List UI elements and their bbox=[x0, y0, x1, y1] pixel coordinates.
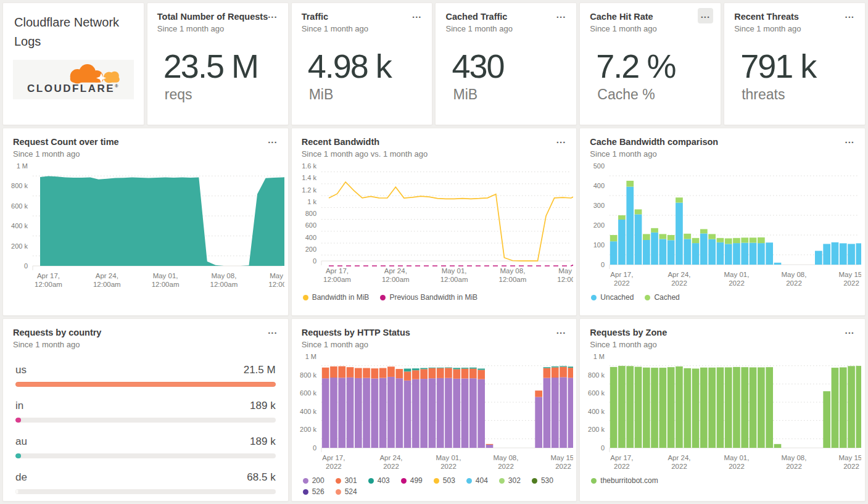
ellipsis-menu-icon[interactable]: ... bbox=[553, 324, 569, 339]
svg-text:May 15,: May 15, bbox=[558, 267, 573, 275]
panel-subtitle: Since 1 month ago bbox=[590, 149, 855, 159]
svg-text:0: 0 bbox=[313, 444, 316, 452]
ellipsis-menu-icon[interactable]: ... bbox=[409, 8, 425, 23]
country-bar-track bbox=[15, 453, 276, 458]
legend-dot-icon bbox=[336, 478, 341, 484]
ellipsis-menu-icon[interactable]: ... bbox=[698, 8, 714, 23]
panel-title: Requests by HTTP Status bbox=[302, 327, 567, 338]
legend-dot-icon bbox=[591, 478, 597, 484]
legend-dot-icon bbox=[380, 295, 386, 300]
svg-text:12:00am: 12:00am bbox=[35, 281, 62, 288]
svg-text:2022: 2022 bbox=[326, 463, 342, 470]
svg-text:2022: 2022 bbox=[787, 279, 803, 287]
legend-item[interactable]: 499 bbox=[401, 476, 423, 485]
panel-title: Recent Bandwidth bbox=[302, 136, 567, 147]
stat-title: Total Number of Requests bbox=[157, 11, 278, 22]
legend-item[interactable]: Previous Bandwidth in MiB bbox=[380, 293, 477, 302]
cache-bandwidth-chart: 5004003002001000Apr 17,2022Apr 24,2022Ma… bbox=[584, 160, 861, 291]
ellipsis-menu-icon[interactable]: ... bbox=[553, 8, 569, 23]
svg-text:May 15,: May 15, bbox=[839, 454, 861, 461]
stat-title: Cached Traffic bbox=[445, 11, 566, 22]
svg-text:200: 200 bbox=[593, 221, 605, 229]
stat-value: 430 bbox=[452, 47, 576, 85]
country-bar-fill bbox=[15, 382, 276, 387]
legend-item[interactable]: theburritobot.com bbox=[591, 476, 658, 485]
svg-text:Apr 17,: Apr 17, bbox=[326, 267, 349, 275]
svg-text:2022: 2022 bbox=[729, 279, 745, 287]
svg-text:May 15,: May 15, bbox=[270, 272, 284, 279]
legend-dot-icon bbox=[466, 478, 472, 484]
stat-subtitle: Since 1 month ago bbox=[302, 24, 423, 33]
panel-title: Requests by Zone bbox=[590, 327, 855, 338]
ellipsis-menu-icon[interactable]: ... bbox=[265, 133, 281, 149]
ellipsis-menu-icon[interactable]: ... bbox=[553, 133, 569, 149]
legend-item[interactable]: Uncached bbox=[591, 293, 634, 302]
legend-item[interactable]: Cached bbox=[645, 293, 679, 302]
svg-text:1 k: 1 k bbox=[307, 198, 316, 205]
svg-text:May 01,: May 01, bbox=[153, 272, 178, 279]
svg-text:600 k: 600 k bbox=[588, 389, 605, 397]
dashboard-title: Cloudflare Network Logs bbox=[3, 3, 144, 51]
legend-item[interactable]: 302 bbox=[499, 476, 521, 485]
stat-subtitle: Since 1 month ago bbox=[445, 24, 566, 33]
svg-text:2022: 2022 bbox=[555, 463, 571, 470]
svg-text:12:00am: 12:00am bbox=[323, 276, 351, 283]
legend-item[interactable]: 503 bbox=[434, 476, 455, 485]
panel-requests-by-http-status: Requests by HTTP Status Since 1 month ag… bbox=[291, 318, 577, 502]
svg-text:2022: 2022 bbox=[844, 463, 860, 470]
stat-value: 23.5 M bbox=[163, 47, 288, 85]
legend-dot-icon bbox=[303, 295, 308, 300]
svg-text:400: 400 bbox=[593, 182, 605, 189]
legend-item[interactable]: 301 bbox=[336, 476, 357, 485]
legend-item[interactable]: 200 bbox=[303, 476, 324, 485]
svg-text:May 08,: May 08, bbox=[782, 454, 807, 461]
svg-text:2022: 2022 bbox=[498, 463, 514, 470]
ellipsis-menu-icon[interactable]: ... bbox=[841, 8, 858, 23]
country-row: de 68.5 k bbox=[15, 471, 276, 494]
ellipsis-menu-icon[interactable]: ... bbox=[841, 324, 858, 339]
svg-text:800: 800 bbox=[305, 210, 316, 217]
dashboard: Cloudflare Network Logs CLOUDFLARE® Tota… bbox=[0, 0, 868, 504]
svg-text:600 k: 600 k bbox=[11, 202, 28, 210]
svg-text:300: 300 bbox=[593, 202, 605, 209]
panel-cache-bandwidth: Cache Bandwidth comparison Since 1 month… bbox=[579, 128, 866, 316]
country-row: au 189 k bbox=[15, 436, 276, 458]
svg-text:12:00am: 12:00am bbox=[268, 281, 284, 288]
legend-item[interactable]: Bandwidth in MiB bbox=[303, 293, 370, 302]
svg-text:200 k: 200 k bbox=[11, 242, 28, 250]
stat-unit: reqs bbox=[165, 86, 288, 103]
country-bar-track bbox=[15, 382, 276, 387]
stat-unit: MiB bbox=[453, 86, 576, 103]
svg-text:Apr 24,: Apr 24, bbox=[668, 454, 691, 461]
legend-dot-icon bbox=[336, 489, 341, 495]
svg-text:800 k: 800 k bbox=[11, 183, 28, 190]
country-bar-fill bbox=[15, 418, 21, 423]
stat-unit: MiB bbox=[309, 86, 432, 103]
svg-text:600: 600 bbox=[305, 221, 316, 229]
svg-text:2022: 2022 bbox=[844, 279, 860, 287]
panel-subtitle: Since 1 month ago vs. 1 month ago bbox=[302, 149, 567, 159]
zone-chart: 1 M800 k600 k400 k200 k0Apr 17,2022Apr 2… bbox=[584, 350, 861, 474]
svg-text:12:00am: 12:00am bbox=[440, 276, 468, 283]
svg-text:Apr 24,: Apr 24, bbox=[379, 454, 402, 461]
country-bar-track bbox=[15, 418, 276, 423]
svg-text:2022: 2022 bbox=[383, 463, 399, 470]
legend-item[interactable]: 404 bbox=[466, 476, 488, 485]
country-bar-fill bbox=[15, 489, 19, 494]
stat-subtitle: Since 1 month ago bbox=[157, 24, 278, 33]
stat-unit: threats bbox=[742, 86, 865, 103]
legend-item[interactable]: 403 bbox=[368, 476, 390, 485]
svg-text:12:00am: 12:00am bbox=[210, 281, 238, 288]
legend-item[interactable]: 526 bbox=[303, 487, 324, 496]
svg-text:200: 200 bbox=[305, 246, 316, 253]
legend-item[interactable]: 530 bbox=[532, 476, 553, 485]
ellipsis-menu-icon[interactable]: ... bbox=[265, 8, 281, 23]
svg-text:12:00am: 12:00am bbox=[557, 276, 573, 283]
stat-row: Cloudflare Network Logs CLOUDFLARE® Tota… bbox=[2, 2, 866, 125]
zone-legend: theburritobot.com bbox=[591, 476, 865, 485]
legend-item[interactable]: 524 bbox=[336, 487, 357, 496]
ellipsis-menu-icon[interactable]: ... bbox=[841, 133, 858, 149]
svg-text:2022: 2022 bbox=[729, 463, 745, 470]
http-status-legend: 200301403499503404302530526524 bbox=[303, 476, 577, 496]
ellipsis-menu-icon[interactable]: ... bbox=[265, 324, 281, 339]
